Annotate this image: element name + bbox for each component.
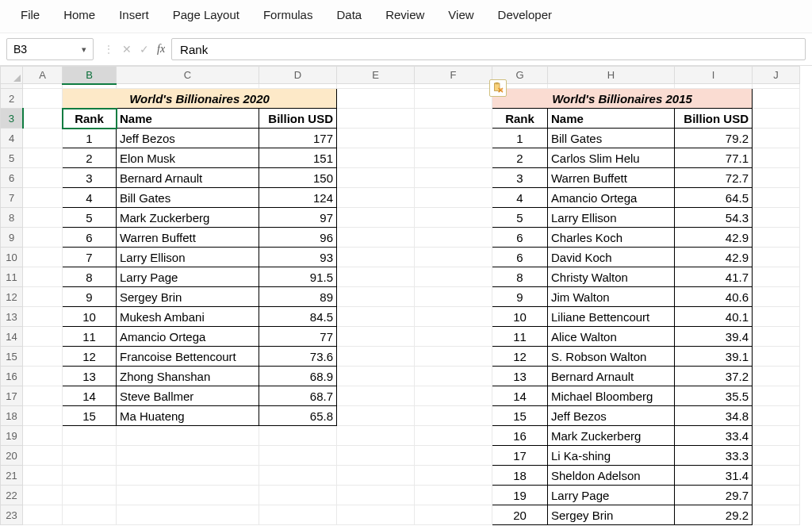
cell-A10[interactable] <box>23 248 63 267</box>
cell-I14[interactable]: 39.4 <box>675 327 753 347</box>
cell-G21[interactable]: 18 <box>492 466 548 486</box>
cell-A20[interactable] <box>23 446 63 466</box>
cell-G9[interactable]: 6 <box>492 228 548 248</box>
menu-data[interactable]: Data <box>325 3 373 26</box>
cell-F16[interactable] <box>415 367 492 386</box>
cell-F14[interactable] <box>415 327 492 347</box>
cell-F18[interactable] <box>415 406 492 426</box>
cell-A2[interactable] <box>23 89 63 109</box>
cell-A5[interactable] <box>23 148 63 168</box>
cell-I3[interactable]: Billion USD <box>675 109 753 129</box>
cell-E2[interactable] <box>337 89 415 109</box>
cell-B4[interactable]: 1 <box>63 129 117 148</box>
cell-I11[interactable]: 41.7 <box>675 267 753 287</box>
cell-C19[interactable] <box>117 426 259 446</box>
cell-I4[interactable]: 79.2 <box>675 129 753 148</box>
cell-F4[interactable] <box>415 129 492 148</box>
cell-E5[interactable] <box>337 148 415 168</box>
cell-F2[interactable] <box>415 89 492 109</box>
menu-home[interactable]: Home <box>52 3 106 26</box>
cell-D20[interactable] <box>259 446 337 466</box>
cell-A8[interactable] <box>23 208 63 228</box>
menu-file[interactable]: File <box>10 3 51 26</box>
cell-G14[interactable]: 11 <box>492 327 548 347</box>
formula-input[interactable] <box>171 38 806 60</box>
cell-H21[interactable]: Sheldon Adelson <box>548 466 675 486</box>
cell-E12[interactable] <box>337 287 415 307</box>
cell-H7[interactable]: Amancio Ortega <box>548 188 675 208</box>
cell-B12[interactable]: 9 <box>63 287 117 307</box>
cell-C3[interactable]: Name <box>117 109 259 129</box>
cell-E14[interactable] <box>337 327 415 347</box>
cell-C21[interactable] <box>117 466 259 486</box>
cell-H9[interactable]: Charles Koch <box>548 228 675 248</box>
cell-J4[interactable] <box>753 129 800 148</box>
cell-E7[interactable] <box>337 188 415 208</box>
row-header-18[interactable]: 18 <box>1 406 23 426</box>
cell-G18[interactable]: 15 <box>492 406 548 426</box>
cell-G7[interactable]: 4 <box>492 188 548 208</box>
cell-I5[interactable]: 77.1 <box>675 148 753 168</box>
cell-A7[interactable] <box>23 188 63 208</box>
row-header-8[interactable]: 8 <box>1 208 23 228</box>
cell-H18[interactable]: Jeff Bezos <box>548 406 675 426</box>
cell-D9[interactable]: 96 <box>259 228 337 248</box>
row-header-7[interactable]: 7 <box>1 188 23 208</box>
cell-D4[interactable]: 177 <box>259 129 337 148</box>
cell-D19[interactable] <box>259 426 337 446</box>
menu-insert[interactable]: Insert <box>108 3 160 26</box>
row-header-10[interactable]: 10 <box>1 248 23 267</box>
col-header-B[interactable]: B <box>63 67 117 84</box>
col-header-E[interactable]: E <box>337 67 415 84</box>
cell-G13[interactable]: 10 <box>492 307 548 327</box>
cell-G4[interactable]: 1 <box>492 129 548 148</box>
cell-I6[interactable]: 72.7 <box>675 168 753 188</box>
cell-D17[interactable]: 68.7 <box>259 386 337 406</box>
cell-C4[interactable]: Jeff Bezos <box>117 129 259 148</box>
cell-J10[interactable] <box>753 248 800 267</box>
cell-B20[interactable] <box>63 446 117 466</box>
row-header-20[interactable]: 20 <box>1 446 23 466</box>
row-header-3[interactable]: 3 <box>1 109 23 129</box>
cell-C8[interactable]: Mark Zuckerberg <box>117 208 259 228</box>
cell-C11[interactable]: Larry Page <box>117 267 259 287</box>
cell-A9[interactable] <box>23 228 63 248</box>
col-header-J[interactable]: J <box>753 67 800 84</box>
row-header-9[interactable]: 9 <box>1 228 23 248</box>
cell-E10[interactable] <box>337 248 415 267</box>
col-header-I[interactable]: I <box>675 67 753 84</box>
cell-E23[interactable] <box>337 505 415 525</box>
cell-H19[interactable]: Mark Zuckerberg <box>548 426 675 446</box>
cell-E15[interactable] <box>337 347 415 367</box>
row-header-17[interactable]: 17 <box>1 386 23 406</box>
cell-F21[interactable] <box>415 466 492 486</box>
cell-E3[interactable] <box>337 109 415 129</box>
cell-J5[interactable] <box>753 148 800 168</box>
cell-J17[interactable] <box>753 386 800 406</box>
cell-B7[interactable]: 4 <box>63 188 117 208</box>
cell-D7[interactable]: 124 <box>259 188 337 208</box>
cell-H5[interactable]: Carlos Slim Helu <box>548 148 675 168</box>
cell-C14[interactable]: Amancio Ortega <box>117 327 259 347</box>
cell-B21[interactable] <box>63 466 117 486</box>
cell-H23[interactable]: Sergey Brin <box>548 505 675 525</box>
cell-G19[interactable]: 16 <box>492 426 548 446</box>
cell-A15[interactable] <box>23 347 63 367</box>
row-header-15[interactable]: 15 <box>1 347 23 367</box>
cell-J13[interactable] <box>753 307 800 327</box>
col-header-A[interactable]: A <box>23 67 63 84</box>
cell-E20[interactable] <box>337 446 415 466</box>
cell-E17[interactable] <box>337 386 415 406</box>
cell-A17[interactable] <box>23 386 63 406</box>
cell-C7[interactable]: Bill Gates <box>117 188 259 208</box>
cell-D3[interactable]: Billion USD <box>259 109 337 129</box>
cell-H14[interactable]: Alice Walton <box>548 327 675 347</box>
row-header-23[interactable]: 23 <box>1 505 23 525</box>
cell-C15[interactable]: Francoise Bettencourt <box>117 347 259 367</box>
cell-H4[interactable]: Bill Gates <box>548 129 675 148</box>
cell-E4[interactable] <box>337 129 415 148</box>
cell-J22[interactable] <box>753 486 800 505</box>
cell-F6[interactable] <box>415 168 492 188</box>
cell-G8[interactable]: 5 <box>492 208 548 228</box>
cell-F5[interactable] <box>415 148 492 168</box>
